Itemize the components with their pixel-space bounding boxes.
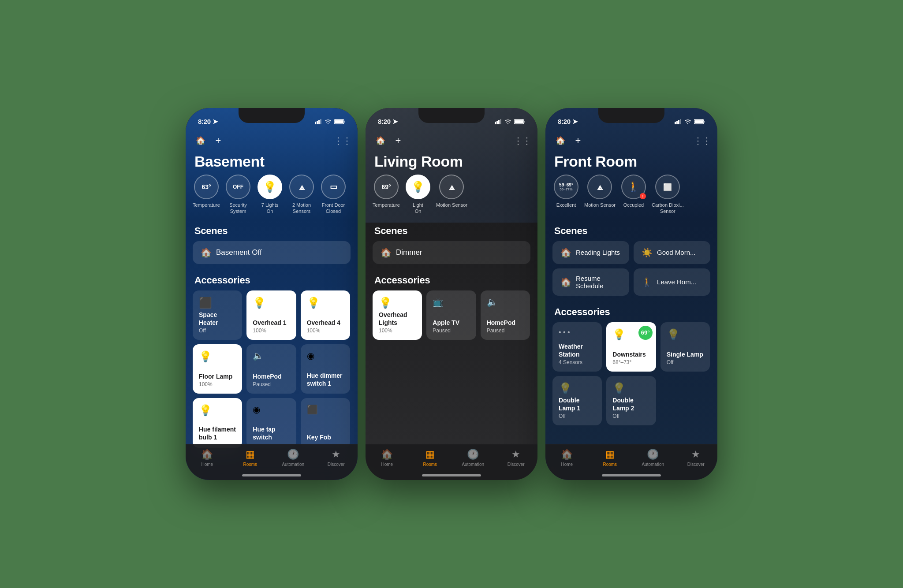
scroll-3[interactable]: Scenes 🏠 Reading Lights ☀️ Good Morn... … — [545, 221, 717, 480]
tile-double-lamp2[interactable]: 💡 Double Lamp 2 Off — [606, 376, 656, 425]
chip-circle-door-1: ▭ — [321, 175, 346, 199]
scene-leave-home[interactable]: 🚶 Leave Hom... — [634, 268, 710, 296]
tile-overhead4[interactable]: 💡 Overhead 4 100% — [301, 290, 350, 340]
tile-single-lamp[interactable]: 💡 Single Lamp Off — [660, 322, 710, 372]
chip-temp-3[interactable]: 59–69° 50–77% Excellent — [552, 175, 580, 215]
tab-automation-3[interactable]: 🕐 Automation — [631, 449, 675, 467]
apple-tv-status: Paused — [433, 327, 470, 334]
tile-weather-station[interactable]: • • • Weather Station 4 Sensors — [552, 322, 602, 372]
downstairs-badge: 69° — [638, 326, 653, 340]
chip-security-1[interactable]: OFF SecuritySystem — [224, 175, 252, 215]
add-icon-3[interactable]: + — [572, 134, 584, 147]
chip-temp-1[interactable]: 63° Temperature — [193, 175, 220, 215]
tile-key-fob[interactable]: ⬛ Key Fob — [301, 398, 350, 447]
overhead4-name: Overhead 4 — [307, 319, 344, 327]
hue-tap-name: Hue tap switch — [253, 425, 290, 441]
chip-door-1[interactable]: ▭ Front DoorClosed — [320, 175, 347, 215]
tab-automation-2[interactable]: 🕐 Automation — [452, 449, 495, 467]
tab-automation-icon-3: 🕐 — [647, 449, 659, 460]
double-lamp1-name: Double Lamp 1 — [559, 396, 596, 412]
tab-home-2[interactable]: 🏠 Home — [366, 449, 409, 467]
tab-discover-label-3: Discover — [687, 462, 705, 467]
chip-motion-3[interactable]: ⟁ Motion Sensor — [584, 175, 616, 215]
signal-icon-3 — [675, 119, 682, 124]
tab-discover-3[interactable]: ★ Discover — [675, 449, 718, 467]
chip-label-light-2: LightOn — [413, 202, 423, 215]
space-heater-status: Off — [199, 327, 236, 334]
double-lamp2-status: Off — [612, 413, 649, 419]
chip-lights-1[interactable]: 💡 7 LightsOn — [256, 175, 284, 215]
svg-rect-0 — [315, 122, 316, 124]
tab-rooms-3[interactable]: ▦ Rooms — [589, 449, 632, 467]
tab-automation-1[interactable]: 🕐 Automation — [272, 449, 315, 467]
accessories-header-1: Accessories — [186, 270, 358, 290]
tab-discover-1[interactable]: ★ Discover — [315, 449, 358, 467]
scroll-1[interactable]: Scenes 🏠 Basement Off Accessories ⬛ Spac… — [186, 221, 358, 480]
tile-floor-lamp[interactable]: 💡 Floor Lamp 100% — [193, 344, 242, 394]
floor-lamp-icon: 💡 — [199, 350, 212, 363]
scene-reading-lights[interactable]: 🏠 Reading Lights — [552, 241, 629, 264]
tab-rooms-2[interactable]: ▦ Rooms — [409, 449, 452, 467]
wave-icon-3[interactable]: ⋮⋮ — [696, 134, 709, 147]
add-icon-2[interactable]: + — [392, 134, 404, 147]
chip-circle-light-2: 💡 — [406, 175, 430, 199]
tab-rooms-1[interactable]: ▦ Rooms — [229, 449, 272, 467]
tab-discover-label-2: Discover — [507, 462, 525, 467]
tab-discover-2[interactable]: ★ Discover — [495, 449, 538, 467]
accessories-header-2: Accessories — [366, 270, 537, 290]
battery-icon-2 — [514, 119, 525, 124]
chip-circle-temp-3: 59–69° 50–77% — [554, 175, 578, 199]
tab-home-label-1: Home — [201, 462, 213, 467]
tile-hue-tap[interactable]: ◉ Hue tap switch — [246, 398, 296, 447]
home-indicator-1 — [242, 474, 301, 476]
chip-co2-3[interactable]: ⬜ Carbon Dioxi...Sensor — [652, 175, 684, 215]
tile-apple-tv[interactable]: 📺 Apple TV Paused — [426, 290, 476, 340]
scene-basement-off[interactable]: 🏠 Basement Off — [193, 241, 351, 264]
wifi-icon — [325, 119, 332, 124]
content-1: 8:20 ➤ 🏠 + ⋮⋮ Basement — [186, 108, 358, 480]
homepod-lr-icon: 🔈 — [487, 297, 498, 307]
home-icon-2[interactable]: 🏠 — [374, 134, 387, 147]
homepod-b-status: Paused — [253, 381, 290, 387]
scene-label-2: Dimmer — [396, 248, 422, 257]
scenes-1: 🏠 Basement Off — [186, 241, 358, 270]
chip-temp-2[interactable]: 69° Temperature — [373, 175, 400, 215]
home-icon-1[interactable]: 🏠 — [194, 134, 207, 147]
wave-icon-1[interactable]: ⋮⋮ — [336, 134, 349, 147]
tile-homepod-b[interactable]: 🔈 HomePod Paused — [246, 344, 296, 394]
scene-dimmer[interactable]: 🏠 Dimmer — [373, 241, 530, 264]
weather-station-icon: • • • — [559, 328, 570, 336]
scroll-2[interactable]: Scenes 🏠 Dimmer Accessories 💡 Overhead L… — [366, 221, 537, 480]
chip-label-temp-1: Temperature — [193, 202, 220, 208]
tile-double-lamp1[interactable]: 💡 Double Lamp 1 Off — [552, 376, 602, 425]
tab-rooms-icon-2: ▦ — [425, 449, 435, 460]
tile-homepod-lr[interactable]: 🔈 HomePod Paused — [481, 290, 530, 340]
scene-resume-schedule[interactable]: 🏠 Resume Schedule — [552, 268, 629, 296]
chip-label-occupied-3: Occupied — [623, 202, 644, 208]
chip-occupied-3[interactable]: 🚶 ! Occupied — [620, 175, 647, 215]
tile-overhead-lights[interactable]: 💡 Overhead Lights 100% — [373, 290, 422, 340]
chip-motion-1[interactable]: ⟁ 2 MotionSensors — [288, 175, 315, 215]
wave-icon-2[interactable]: ⋮⋮ — [516, 134, 529, 147]
tile-space-heater[interactable]: ⬛ Space Heater Off — [193, 290, 242, 340]
accessories-header-3: Accessories — [545, 302, 717, 322]
svg-rect-16 — [678, 120, 679, 124]
tile-overhead1[interactable]: 💡 Overhead 1 100% — [246, 290, 296, 340]
double-lamp1-status: Off — [559, 413, 596, 419]
svg-rect-1 — [317, 121, 318, 124]
chip-light-2[interactable]: 💡 LightOn — [404, 175, 432, 215]
tab-home-1[interactable]: 🏠 Home — [186, 449, 229, 467]
chip-motion-2[interactable]: ⟁ Motion Sensor — [436, 175, 467, 215]
tile-hue-filament[interactable]: 💡 Hue filament bulb 1 — [193, 398, 242, 447]
tile-downstairs[interactable]: 69° 💡 Downstairs 68°–73° — [606, 322, 656, 372]
tab-home-3[interactable]: 🏠 Home — [545, 449, 589, 467]
hue-dimmer-name: Hue dimmer switch 1 — [307, 372, 344, 387]
add-icon-1[interactable]: + — [212, 134, 224, 147]
overhead-lights-status: 100% — [379, 327, 416, 334]
tile-hue-dimmer[interactable]: ◉ Hue dimmer switch 1 — [301, 344, 350, 394]
home-icon-3[interactable]: 🏠 — [554, 134, 567, 147]
tab-rooms-label-2: Rooms — [423, 462, 437, 467]
content-2: 8:20 ➤ 🏠 + ⋮⋮ Living Room — [366, 108, 537, 480]
tab-rooms-icon-1: ▦ — [246, 449, 255, 460]
scene-good-morning[interactable]: ☀️ Good Morn... — [634, 241, 710, 264]
